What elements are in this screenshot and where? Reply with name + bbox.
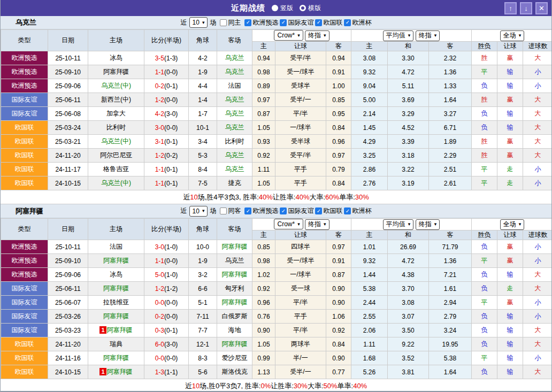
odds-source-select[interactable]: Crow*▾: [274, 219, 303, 229]
halftime-score: (0-1): [164, 327, 178, 334]
team-name: 阿塞拜疆: [16, 206, 43, 216]
result-handicap-cell: 输: [497, 351, 523, 365]
fulltime-score: 3-0: [155, 124, 164, 132]
scroll-up-button[interactable]: ↑: [504, 2, 517, 14]
match-count-select[interactable]: 10▾: [189, 17, 208, 28]
league-filter-option[interactable]: ✓欧洲预选: [244, 206, 278, 216]
away-team-cell: 海地: [217, 324, 252, 337]
summary-row: 近10场,胜0平3负7, 胜率:0% 让胜率:30% 大率:50% 单率:40%: [1, 379, 551, 392]
result-handicap-cell: 赢: [497, 296, 523, 310]
halftime-score: (3-0): [164, 110, 178, 118]
handicap-cell: 半/一: [275, 351, 326, 365]
avg-home-cell: 2.55: [351, 310, 388, 324]
league-filter-option[interactable]: ✓国际友谊: [280, 206, 313, 216]
odds-home-cell: 1.05: [252, 176, 275, 190]
league-filter-option[interactable]: ✓欧国联: [315, 206, 342, 216]
result-goals-cell: 大: [523, 93, 552, 107]
away-team-cell: 捷克: [217, 176, 252, 190]
away-team-cell: 斯洛伐克: [217, 365, 252, 379]
result-handicap-cell: 输: [497, 65, 523, 79]
col-header-result-handicap: 让球: [497, 42, 523, 51]
match-row: 欧国联24-11-17格鲁吉亚1-1(0-1)8-4乌克兰1.11平手0.792…: [1, 163, 552, 176]
league-cell: 欧国联: [1, 163, 48, 176]
result-goals-cell: 大: [523, 51, 552, 65]
league-filter-option[interactable]: ✓欧洲杯: [344, 18, 371, 27]
fulltime-score: 0-0: [155, 299, 164, 306]
league-filters: ✓欧洲预选✓国际友谊✓欧国联✓欧洲杯: [243, 206, 371, 216]
caret-down-icon: ▾: [202, 209, 205, 213]
filters: 近 10▾ 场 同客 ✓欧洲预选✓国际友谊✓欧国联✓欧洲杯: [181, 206, 372, 217]
league-cell: 欧洲预选: [1, 79, 48, 93]
avg-home-cell: 1.01: [351, 240, 388, 254]
scope-select[interactable]: 全场▾: [500, 30, 525, 41]
odds-away-cell: 0.85: [326, 93, 351, 107]
col-header-result-goals: 进球数: [523, 42, 552, 51]
league-filter-option[interactable]: ✓欧洲杯: [344, 206, 371, 216]
match-row: 国际友谊25-06-07拉脱维亚0-0(0-0)5-1阿塞拜疆0.96平/半0.…: [1, 296, 552, 310]
avg-final-select[interactable]: 终指▾: [416, 30, 440, 41]
corner-cell: 8-3: [189, 351, 217, 365]
layout-horizontal-option[interactable]: 横版: [300, 4, 321, 13]
home-team-cell: 冰岛: [88, 268, 144, 282]
avg-source-select[interactable]: 平均值▾: [383, 30, 414, 41]
avg-away-cell: 7.21: [429, 268, 472, 282]
avg-draw-cell: 3.19: [388, 176, 429, 190]
result-wl-cell: 负: [472, 107, 497, 121]
league-filter-option[interactable]: ✓欧洲预选: [244, 18, 278, 27]
section-filter-row: 阿塞拜疆 近 10▾ 场 同客 ✓欧洲预选✓国际友谊✓欧国联✓欧洲杯: [1, 204, 551, 218]
result-wl-cell: 平: [472, 163, 497, 176]
close-button[interactable]: ✕: [535, 2, 548, 14]
same-venue-option[interactable]: 同客: [220, 206, 241, 216]
layout-vertical-option[interactable]: 竖版: [272, 4, 293, 13]
avg-final-select[interactable]: 终指▾: [416, 219, 440, 230]
col-header-avg-draw: 和: [388, 42, 429, 51]
result-wl-cell: 平: [472, 351, 497, 365]
odds-away-cell: 1.06: [326, 310, 351, 324]
odds-home-cell: 0.96: [252, 296, 275, 310]
result-handicap-cell: 输: [497, 365, 523, 379]
result-handicap-cell: 赢: [497, 240, 523, 254]
same-venue-option[interactable]: 同主: [220, 18, 241, 27]
match-row: 欧国联24-11-20瑞典6-0(3-0)12-1阿塞拜疆1.05两球半0.84…: [1, 337, 552, 351]
result-wl-cell: 胜: [472, 135, 497, 149]
odds-source-value: Crow*: [277, 32, 295, 39]
match-count-select[interactable]: 10▾: [189, 206, 208, 217]
league-filter-option[interactable]: ✓欧国联: [315, 18, 342, 27]
odds-home-cell: 0.85: [252, 240, 275, 254]
result-handicap-cell: 输: [497, 107, 523, 121]
fulltime-score: 1-2: [155, 96, 164, 104]
away-team-cell: 乌克兰: [217, 163, 252, 176]
date-cell: 25-09-06: [48, 79, 88, 93]
odds-final-select[interactable]: 终指▾: [305, 30, 329, 41]
scope-select[interactable]: 全场▾: [500, 219, 525, 230]
halftime-score: (0-1): [164, 138, 178, 145]
avg-away-cell: 3.27: [429, 107, 472, 121]
score-cell: 1-1(0-0): [144, 65, 189, 79]
odds-final-select[interactable]: 终指▾: [305, 219, 329, 230]
avg-away-cell: 2.94: [429, 296, 472, 310]
date-cell: 25-09-10: [48, 254, 88, 268]
halftime-score: (0-0): [164, 313, 178, 320]
score-cell: 1-1(0-1): [144, 163, 189, 176]
close-icon: ✕: [539, 4, 545, 12]
avg-source-select[interactable]: 平均值▾: [383, 219, 414, 230]
fulltime-score: 1-1: [155, 180, 164, 187]
league-filter-label: 国际友谊: [288, 18, 313, 27]
date-cell: 25-09-10: [48, 65, 88, 79]
handicap-cell: 受平/半: [275, 51, 326, 65]
result-wl-cell: 平: [472, 176, 497, 190]
home-team-label: 阿塞拜疆: [103, 257, 129, 264]
col-header-odds-away: 客: [326, 230, 351, 240]
radio-selected-icon: [272, 5, 278, 11]
match-row: 国际友谊25-03-26阿塞拜疆0-2(0-0)7-11白俄罗斯0.76平手1.…: [1, 310, 552, 324]
result-goals-cell: 小: [523, 254, 552, 268]
odds-source-select[interactable]: Crow*▾: [274, 30, 303, 41]
odds-away-cell: 0.90: [326, 351, 351, 365]
league-filter-option[interactable]: ✓国际友谊: [280, 18, 313, 27]
odds-away-cell: 0.84: [326, 337, 351, 351]
result-handicap-cell: 赢: [497, 135, 523, 149]
score-cell: 6-0(3-0): [144, 337, 189, 351]
result-handicap-cell: 走: [497, 176, 523, 190]
summary-text: 10: [190, 193, 197, 201]
scroll-down-button[interactable]: ↓: [520, 2, 532, 14]
